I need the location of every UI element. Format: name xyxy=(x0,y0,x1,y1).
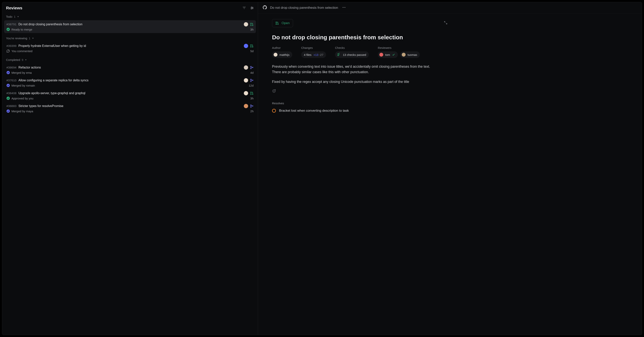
pr-card[interactable]: #38791 Do not drop closing parenthesis f… xyxy=(4,20,256,33)
status-icon xyxy=(6,71,10,74)
pull-request-icon xyxy=(250,44,254,48)
pr-card[interactable]: #38694 Refactor actions Merged by ema 4d xyxy=(4,64,256,76)
pr-card[interactable]: #37610 Allow configuring a separate repl… xyxy=(4,76,256,89)
pr-timestamp: 3h xyxy=(250,28,254,31)
avatar xyxy=(244,104,248,108)
overflow-menu-icon[interactable] xyxy=(342,6,346,10)
pr-title: Stricter types for resolvePromise xyxy=(18,104,242,108)
pr-timestamp: 5d xyxy=(250,50,254,53)
avatar xyxy=(244,65,248,70)
pull-request-icon xyxy=(250,92,254,95)
section-count: 1 xyxy=(14,15,16,18)
svg-point-4 xyxy=(251,25,252,26)
chevron-down-icon: ▼ xyxy=(17,16,19,18)
pr-status-text: Merged by maya xyxy=(12,110,33,113)
pr-status-pill: Open xyxy=(272,19,293,27)
resolved-issue-link[interactable]: Bracket lost when converting description… xyxy=(272,109,439,113)
pull-request-icon xyxy=(250,104,254,108)
pr-card[interactable]: #38408 Upgrade apollo-server, type-graph… xyxy=(4,89,256,102)
pr-detail-panel: Do not drop closing parenthesis from sel… xyxy=(258,2,642,335)
pr-status-text: Merged by romain xyxy=(12,84,35,87)
add-reaction-icon[interactable] xyxy=(272,89,439,94)
svg-point-19 xyxy=(251,94,252,95)
pr-title: Allow configuring a separate replica for… xyxy=(18,79,242,82)
github-icon[interactable] xyxy=(263,5,267,10)
filter-icon[interactable] xyxy=(242,6,246,10)
pr-title: Do not drop closing parenthesis from sel… xyxy=(18,23,242,26)
meta-checks: Checks 13 checks passed xyxy=(335,46,369,58)
svg-point-20 xyxy=(252,94,253,95)
pull-request-icon xyxy=(275,22,279,25)
pr-card[interactable]: #39399 Properly hydrate ExternalUser whe… xyxy=(4,42,256,55)
chevron-down-icon: ▼ xyxy=(32,37,34,39)
svg-point-26 xyxy=(342,7,343,8)
pull-request-icon xyxy=(250,66,254,69)
svg-point-8 xyxy=(251,47,252,47)
pr-timestamp: 4d xyxy=(250,71,254,74)
reviewer-pill[interactable]: tom xyxy=(378,51,398,58)
pr-timestamp: 3h xyxy=(250,97,254,100)
section-completed[interactable]: Completed 9 ▼ xyxy=(4,56,256,64)
pr-title: Upgrade apollo-server, type-graphql and … xyxy=(18,92,242,95)
svg-point-27 xyxy=(344,7,344,8)
pr-body: Previously when converting text into iss… xyxy=(272,64,439,85)
svg-point-1 xyxy=(252,8,253,8)
svg-point-33 xyxy=(274,91,274,91)
svg-point-30 xyxy=(276,24,277,25)
svg-point-2 xyxy=(251,9,252,9)
avatar xyxy=(244,91,248,95)
settings-sliders-icon[interactable] xyxy=(250,6,254,10)
pr-title: Do not drop closing parenthesis from sel… xyxy=(272,34,439,41)
svg-point-9 xyxy=(252,47,253,47)
avatar xyxy=(244,22,248,27)
svg-point-3 xyxy=(251,23,252,24)
svg-point-0 xyxy=(252,7,252,8)
section-label: You're reviewing xyxy=(6,37,27,40)
pull-request-icon xyxy=(250,23,254,26)
status-icon xyxy=(6,28,10,31)
svg-point-7 xyxy=(251,45,252,45)
pr-status-text: Merged by ema xyxy=(12,71,32,74)
status-icon xyxy=(6,84,10,87)
breadcrumb-title[interactable]: Do not drop closing parenthesis from sel… xyxy=(270,6,338,10)
pr-id: #38694 xyxy=(6,66,16,69)
checks-passed-icon xyxy=(338,53,341,57)
svg-point-10 xyxy=(251,66,252,67)
pr-title: Properly hydrate ExternalUser when getti… xyxy=(18,44,242,48)
pr-id: #39399 xyxy=(6,44,16,48)
svg-point-14 xyxy=(251,79,252,80)
meta-reviewers: Reviewers tomtuomas xyxy=(378,46,420,58)
pr-card[interactable]: #38883 Stricter types for resolvePromise… xyxy=(4,102,256,115)
svg-point-23 xyxy=(251,107,252,107)
svg-point-5 xyxy=(252,25,253,26)
pr-id: #38791 xyxy=(6,23,16,26)
section-reviewing[interactable]: You're reviewing 1 ▼ xyxy=(4,35,256,42)
svg-point-32 xyxy=(272,90,276,93)
author-pill[interactable]: matthijs xyxy=(272,51,292,58)
svg-point-29 xyxy=(276,22,277,23)
sidebar-title: Reviews xyxy=(6,6,22,10)
changes-pill[interactable]: 4 files +13 -27 xyxy=(301,51,326,58)
section-count: 1 xyxy=(29,37,30,40)
svg-point-18 xyxy=(251,92,252,93)
checks-pill[interactable]: 13 checks passed xyxy=(335,51,369,58)
svg-point-28 xyxy=(345,7,345,8)
section-todo[interactable]: Todo 1 ▼ xyxy=(4,13,256,20)
svg-point-15 xyxy=(251,81,252,82)
pull-request-icon xyxy=(250,79,254,82)
reviewer-pill[interactable]: tuomas xyxy=(400,51,420,58)
pr-id: #38408 xyxy=(6,92,16,95)
pr-status-text: Approved by you xyxy=(12,97,34,100)
section-count: 9 xyxy=(22,58,23,62)
reviews-sidebar: Reviews Todo 1 ▼ #38791 Do not drop clos… xyxy=(2,2,258,335)
expand-icon[interactable] xyxy=(444,21,448,25)
pr-status-text: You commented xyxy=(12,50,32,53)
pr-timestamp: 12d xyxy=(249,84,254,87)
svg-point-22 xyxy=(251,105,252,106)
svg-point-31 xyxy=(278,24,278,25)
status-icon xyxy=(6,49,10,53)
status-icon xyxy=(6,97,10,100)
svg-point-24 xyxy=(252,106,253,106)
avatar xyxy=(244,44,248,48)
pr-status-label: Open xyxy=(282,21,290,25)
